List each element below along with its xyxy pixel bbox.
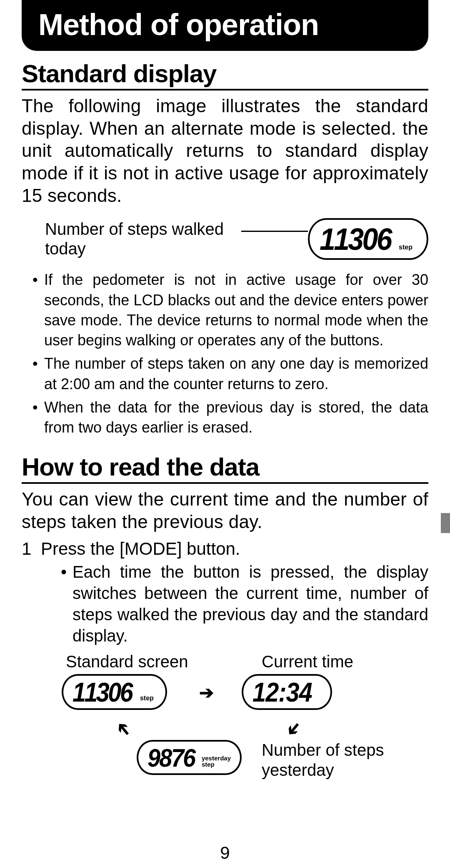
standard-display-notes: If the pedometer is not in active usage …: [32, 270, 428, 438]
diagram-label-standard: Standard screen: [66, 652, 188, 671]
standard-display-figure: Number of steps walked today 11306 step: [45, 218, 428, 260]
read-data-intro: You can view the current time and the nu…: [22, 488, 428, 533]
section-heading-read-data: How to read the data: [22, 453, 428, 484]
lcd-step-value: 11306: [320, 224, 391, 255]
standard-display-intro: The following image illustrates the stan…: [22, 95, 428, 206]
lcd-unit-stack: yesterday step: [202, 755, 231, 767]
instruction-list: 1 Press the [MODE] button.: [22, 539, 428, 559]
note-item: When the data for the previous day is st…: [32, 398, 428, 438]
diagram-label-time: Current time: [262, 652, 353, 671]
lcd-value: 12:34: [252, 679, 312, 706]
diagram-label-yesterday: Number of steps yesterday: [262, 740, 428, 780]
note-item: If the pedometer is not in active usage …: [32, 270, 428, 350]
step-text: Press the [MODE] button.: [41, 539, 240, 559]
step-number: 1: [22, 539, 41, 559]
page-title-bar: Method of operation: [22, 0, 428, 51]
step-sub-notes: Each time the button is pressed, the dis…: [61, 561, 428, 647]
mode-cycle-diagram: Standard screen Current time 11306 step …: [62, 652, 428, 807]
lcd-standard-display: 11306 step: [308, 218, 428, 260]
section-heading-standard-display: Standard display: [22, 59, 428, 91]
lcd-current-time: 12:34: [242, 674, 332, 710]
arrow-right-icon: ➔: [199, 682, 214, 703]
instruction-step-1: 1 Press the [MODE] button.: [22, 539, 428, 559]
page-number: 9: [0, 843, 450, 863]
note-item: The number of steps taken on any one day…: [32, 354, 428, 394]
arrow-upleft-icon: ➔: [110, 717, 135, 742]
arrow-downleft-icon: ➔: [281, 717, 306, 742]
sub-note-item: Each time the button is pressed, the dis…: [61, 561, 428, 647]
lcd-yesterday-steps: 9876 yesterday step: [137, 740, 242, 775]
page-edge-tab: [441, 513, 450, 533]
lcd-step-unit: step: [399, 244, 412, 251]
lcd-unit: step: [140, 695, 154, 702]
page-title: Method of operation: [38, 8, 319, 41]
figure-label: Number of steps walked today: [45, 219, 240, 259]
leader-line: [241, 231, 308, 232]
lcd-value: 9876: [148, 745, 195, 771]
lcd-value: 11306: [72, 679, 132, 706]
lcd-standard-screen: 11306 step: [62, 674, 167, 710]
